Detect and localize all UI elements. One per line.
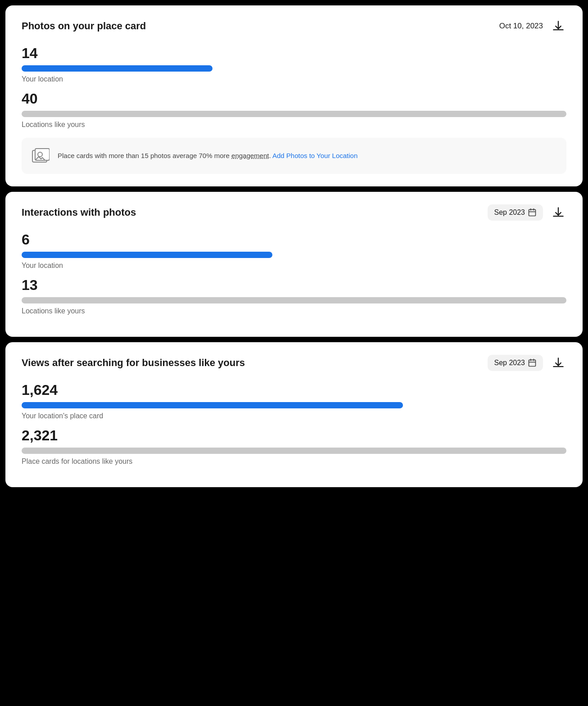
bar-label-place-cards-locations-like-yours: Place cards for locations like yours: [22, 457, 566, 466]
card-title: Photos on your place card: [22, 20, 146, 32]
metric-value-your-location-place-card: 1,624: [22, 382, 566, 398]
bar-label-your-location-place-card: Your location's place card: [22, 412, 566, 420]
bar-container-your-location-place-card: [22, 402, 566, 408]
date-badge[interactable]: Sep 2023: [488, 204, 543, 221]
download-button[interactable]: [550, 18, 566, 34]
bar-gray-place-cards-locations-like-yours: [22, 448, 566, 454]
bar-container-locations-like-yours: [22, 297, 566, 303]
metric-value-locations-like-yours: 40: [22, 91, 566, 107]
bar-blue-your-location: [22, 65, 213, 72]
add-photos-link[interactable]: Add Photos to Your Location: [272, 152, 357, 159]
bar-gray-locations-like-yours: [22, 111, 566, 117]
metric-value-your-location: 14: [22, 45, 566, 62]
date-badge-text: Sep 2023: [494, 359, 525, 367]
bar-container-locations-like-yours: [22, 111, 566, 117]
bar-blue-your-location: [22, 252, 272, 258]
calendar-icon: [528, 208, 537, 217]
download-icon: [552, 206, 565, 219]
date-badge[interactable]: Sep 2023: [488, 355, 543, 371]
info-photos-icon: [31, 146, 50, 166]
date-badge-text: Sep 2023: [494, 208, 525, 217]
download-icon: [552, 20, 565, 32]
card-photos-place-card: Photos on your place cardOct 10, 2023 14…: [5, 5, 583, 186]
download-button[interactable]: [550, 355, 566, 371]
metric-value-place-cards-locations-like-yours: 2,321: [22, 427, 566, 444]
header-right: Sep 2023: [488, 355, 566, 371]
engagement-word: engagement: [231, 152, 269, 159]
bar-label-locations-like-yours: Locations like yours: [22, 121, 566, 129]
download-button[interactable]: [550, 204, 566, 221]
card-title: Interactions with photos: [22, 207, 136, 218]
bar-label-your-location: Your location: [22, 262, 566, 270]
svg-rect-7: [529, 360, 536, 366]
info-box: Place cards with more than 15 photos ave…: [22, 138, 566, 174]
card-interactions-photos: Interactions with photosSep 2023 6Your l…: [5, 192, 583, 337]
info-text: Place cards with more than 15 photos ave…: [58, 151, 357, 161]
svg-rect-3: [529, 209, 536, 216]
card-header-views-searching-businesses: Views after searching for businesses lik…: [22, 355, 566, 371]
metric-value-locations-like-yours: 13: [22, 277, 566, 294]
bar-label-locations-like-yours: Locations like yours: [22, 307, 566, 315]
date-text: Oct 10, 2023: [499, 22, 543, 31]
bar-label-your-location: Your location: [22, 75, 566, 83]
bar-container-place-cards-locations-like-yours: [22, 448, 566, 454]
calendar-icon: [528, 358, 537, 367]
header-right: Sep 2023: [488, 204, 566, 221]
card-header-photos-place-card: Photos on your place cardOct 10, 2023: [22, 18, 566, 34]
photos-icon: [32, 148, 50, 164]
bar-container-your-location: [22, 252, 566, 258]
download-icon: [552, 357, 565, 369]
bar-container-your-location: [22, 65, 566, 72]
card-title: Views after searching for businesses lik…: [22, 357, 245, 369]
card-header-interactions-photos: Interactions with photosSep 2023: [22, 204, 566, 221]
bar-blue-your-location-place-card: [22, 402, 403, 408]
metric-value-your-location: 6: [22, 231, 566, 248]
header-right: Oct 10, 2023: [499, 18, 566, 34]
bar-gray-locations-like-yours: [22, 297, 566, 303]
card-views-searching-businesses: Views after searching for businesses lik…: [5, 342, 583, 487]
